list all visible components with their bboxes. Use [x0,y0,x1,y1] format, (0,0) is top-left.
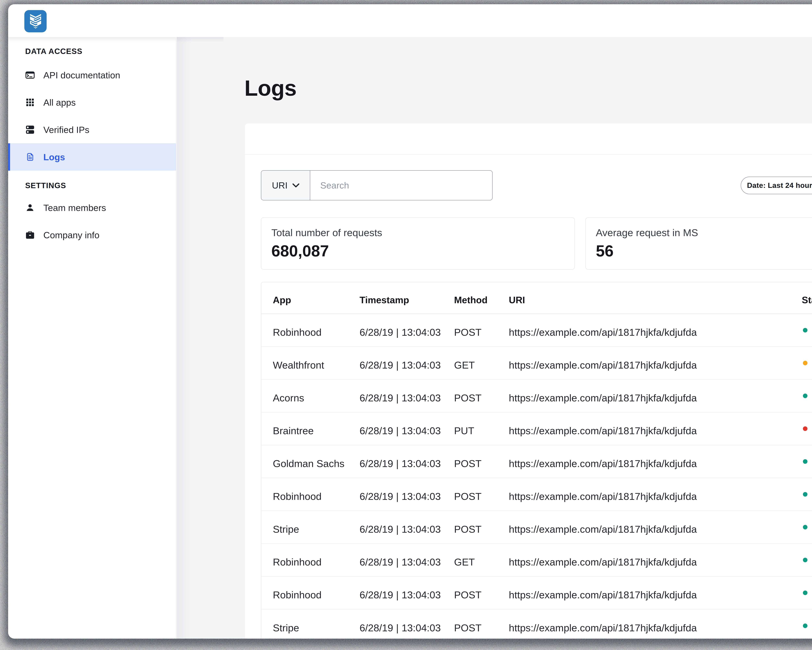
sidebar-item-label: All apps [43,97,76,108]
sidebar-shadow [177,37,193,639]
sidebar-item-label: API documentation [43,70,120,80]
top-bar: Support J [8,4,812,37]
timestamp-date: 6/28/19 [360,589,393,600]
cell-status: 200 [802,523,812,535]
cell-uri: https://example.com/api/1817hjkfa/kdjufd… [509,359,802,371]
cell-uri: https://example.com/api/1817hjkfa/kdjufd… [509,556,802,568]
logs-table: App Timestamp Method URI Status Duration… [261,282,812,639]
table-row[interactable]: Braintree 6/28/19|13:04:03 PUT https://e… [261,413,812,445]
search-row: URI Date: Last 24 hours Filter [261,170,812,200]
cell-app: Stripe [261,523,360,535]
table-row[interactable]: Wealthfront 6/28/19|13:04:03 GET https:/… [261,347,812,379]
cell-uri: https://example.com/api/1817hjkfa/kdjufd… [509,622,802,633]
table-row[interactable]: Robinhood 6/28/19|13:04:03 POST https://… [261,478,812,511]
sidebar-item-company-info[interactable]: Company info [8,221,176,249]
search-input[interactable] [310,171,492,200]
timestamp-date: 6/28/19 [360,622,393,633]
page-title: Logs [244,77,296,99]
status-dot [803,590,807,595]
sidebar-item-api-documentation[interactable]: API documentation [8,61,176,89]
table-row[interactable]: Goldman Sachs 6/28/19|13:04:03 POST http… [261,445,812,478]
timestamp-time: 13:04:03 [401,622,441,633]
table-row[interactable]: Stripe 6/28/19|13:04:03 POST https://exa… [261,511,812,544]
timestamp-date: 6/28/19 [360,458,393,469]
cell-timestamp: 6/28/19|13:04:03 [360,425,454,436]
cell-uri: https://example.com/api/1817hjkfa/kdjufd… [509,458,802,469]
date-filter-dropdown[interactable]: Date: Last 24 hours [741,177,812,194]
timestamp-date: 6/28/19 [360,359,393,371]
table-row[interactable]: Acorns 6/28/19|13:04:03 POST https://exa… [261,379,812,413]
stat-label: Total number of requests [272,227,574,239]
sidebar: DATA ACCESS API documentation [8,37,176,639]
cell-app: Wealthfront [261,359,360,371]
col-timestamp: Timestamp [360,294,454,305]
sidebar-item-label: Team members [43,202,106,213]
company-logo[interactable] [24,10,47,32]
server-icon [26,125,34,134]
timestamp-date: 6/28/19 [360,491,393,502]
col-method: Method [454,294,509,305]
timestamp-separator: | [396,523,399,535]
export-row: Export [245,124,812,154]
app-window: Support J DATA ACCESS [8,4,812,639]
cell-method: POST [454,326,509,338]
stat-label: Average request in MS [596,227,812,239]
logs-card: Export URI Date: Last 24 hours [245,124,812,639]
cell-timestamp: 6/28/19|13:04:03 [360,392,454,404]
timestamp-time: 13:04:03 [401,589,441,600]
timestamp-separator: | [396,326,399,338]
timestamp-date: 6/28/19 [360,523,393,535]
timestamp-separator: | [396,491,399,502]
cell-uri: https://example.com/api/1817hjkfa/kdjufd… [509,392,802,404]
cell-uri: https://example.com/api/1817hjkfa/kdjufd… [509,425,802,436]
stat-value: 56 [596,243,812,259]
cell-app: Robinhood [261,491,360,502]
status-dot [803,492,807,497]
cell-method: GET [454,359,509,371]
cell-method: POST [454,589,509,601]
sidebar-item-label: Logs [43,152,65,162]
grid-icon [26,99,34,106]
col-app: App [261,294,360,305]
cell-status: 200 [802,392,812,404]
timestamp-date: 6/28/19 [360,557,393,567]
table-row[interactable]: Stripe 6/28/19|13:04:03 POST https://exa… [261,609,812,639]
timestamp-time: 13:04:03 [401,359,441,371]
cell-timestamp: 6/28/19|13:04:03 [360,622,454,633]
cell-method: POST [454,523,509,535]
search-field-selector[interactable]: URI [261,171,310,200]
cell-method: POST [454,622,509,633]
timestamp-separator: | [396,425,399,436]
sidebar-item-team-members[interactable]: Team members [8,194,176,221]
main-content: Logs Export URI [177,37,812,639]
table-row[interactable]: Robinhood 6/28/19|13:04:03 POST https://… [261,577,812,609]
cell-status: 200 [802,458,812,469]
document-icon [26,153,34,161]
person-icon [26,204,34,211]
cell-app: Robinhood [261,326,360,338]
timestamp-date: 6/28/19 [360,327,393,338]
sidebar-section-settings: SETTINGS [25,182,66,190]
timestamp-time: 13:04:03 [401,491,441,502]
cell-timestamp: 6/28/19|13:04:03 [360,523,454,535]
search-field-selected: URI [272,180,287,191]
table-row[interactable]: Robinhood 6/28/19|13:04:03 POST https://… [261,314,812,347]
cell-timestamp: 6/28/19|13:04:03 [360,458,454,469]
cell-method: GET [454,556,509,568]
status-dot [803,328,807,332]
status-dot [803,558,807,562]
table-row[interactable]: Robinhood 6/28/19|13:04:03 GET https://e… [261,544,812,577]
timestamp-separator: | [396,556,399,568]
cell-app: Robinhood [261,556,360,568]
cell-app: Stripe [261,622,360,633]
sidebar-item-logs[interactable]: Logs [8,143,176,171]
cell-method: PUT [454,425,509,436]
sidebar-item-verified-ips[interactable]: Verified IPs [8,116,176,143]
cell-status: 500 [802,425,812,436]
nav-settings: Team members Company info [8,194,176,249]
status-dot [803,393,807,398]
sidebar-item-all-apps[interactable]: All apps [8,89,176,116]
cell-timestamp: 6/28/19|13:04:03 [360,589,454,601]
status-dot [803,525,807,529]
sidebar-section-data-access: DATA ACCESS [25,47,82,55]
